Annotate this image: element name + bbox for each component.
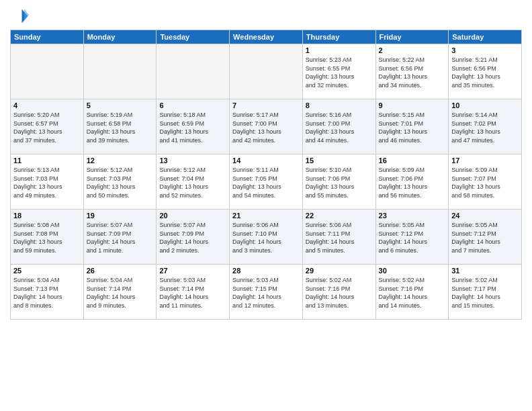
weekday-header-wednesday: Wednesday: [230, 30, 303, 44]
day-info: Sunrise: 5:20 AM Sunset: 6:57 PM Dayligh…: [13, 111, 81, 144]
day-cell: 27Sunrise: 5:03 AM Sunset: 7:14 PM Dayli…: [157, 265, 230, 320]
day-cell: 28Sunrise: 5:03 AM Sunset: 7:15 PM Dayli…: [230, 265, 303, 320]
day-cell: 30Sunrise: 5:02 AM Sunset: 7:16 PM Dayli…: [375, 265, 449, 320]
day-number: 15: [306, 156, 373, 165]
day-number: 7: [232, 101, 300, 109]
day-cell: 5Sunrise: 5:19 AM Sunset: 6:58 PM Daylig…: [83, 99, 157, 154]
week-row-2: 4Sunrise: 5:20 AM Sunset: 6:57 PM Daylig…: [11, 99, 522, 154]
logo-icon: [10, 7, 29, 26]
day-cell: 2Sunrise: 5:22 AM Sunset: 6:56 PM Daylig…: [375, 44, 449, 99]
day-info: Sunrise: 5:10 AM Sunset: 7:06 PM Dayligh…: [306, 166, 373, 199]
day-cell: 15Sunrise: 5:10 AM Sunset: 7:06 PM Dayli…: [302, 154, 375, 210]
day-number: 3: [451, 46, 519, 54]
day-cell: [230, 44, 303, 99]
day-cell: [11, 44, 84, 99]
day-cell: [157, 44, 230, 99]
day-info: Sunrise: 5:09 AM Sunset: 7:06 PM Dayligh…: [379, 166, 446, 199]
day-cell: 19Sunrise: 5:07 AM Sunset: 7:09 PM Dayli…: [83, 210, 157, 265]
day-cell: 12Sunrise: 5:12 AM Sunset: 7:03 PM Dayli…: [83, 154, 157, 210]
day-cell: 22Sunrise: 5:06 AM Sunset: 7:11 PM Dayli…: [302, 210, 375, 265]
weekday-header-sunday: Sunday: [11, 30, 84, 44]
day-cell: 10Sunrise: 5:14 AM Sunset: 7:02 PM Dayli…: [449, 99, 522, 154]
day-number: 30: [379, 267, 446, 275]
day-number: 31: [451, 267, 519, 275]
day-info: Sunrise: 5:23 AM Sunset: 6:55 PM Dayligh…: [306, 56, 373, 89]
day-number: 25: [13, 267, 81, 275]
day-info: Sunrise: 5:04 AM Sunset: 7:14 PM Dayligh…: [87, 276, 154, 310]
weekday-header-tuesday: Tuesday: [157, 30, 230, 44]
day-cell: 25Sunrise: 5:04 AM Sunset: 7:13 PM Dayli…: [11, 265, 84, 320]
day-cell: 8Sunrise: 5:16 AM Sunset: 7:00 PM Daylig…: [302, 99, 375, 154]
day-cell: 16Sunrise: 5:09 AM Sunset: 7:06 PM Dayli…: [375, 154, 449, 210]
day-number: 17: [451, 156, 519, 165]
day-info: Sunrise: 5:07 AM Sunset: 7:09 PM Dayligh…: [87, 221, 154, 255]
day-info: Sunrise: 5:12 AM Sunset: 7:03 PM Dayligh…: [87, 166, 154, 199]
day-number: 8: [306, 101, 373, 109]
day-number: 4: [13, 101, 81, 109]
weekday-header-monday: Monday: [83, 30, 157, 44]
day-info: Sunrise: 5:05 AM Sunset: 7:12 PM Dayligh…: [451, 221, 519, 255]
day-cell: 6Sunrise: 5:18 AM Sunset: 6:59 PM Daylig…: [157, 99, 230, 154]
calendar-table: SundayMondayTuesdayWednesdayThursdayFrid…: [10, 30, 522, 320]
day-number: 19: [87, 212, 154, 220]
day-cell: 3Sunrise: 5:21 AM Sunset: 6:56 PM Daylig…: [449, 44, 522, 99]
week-row-4: 18Sunrise: 5:08 AM Sunset: 7:08 PM Dayli…: [11, 210, 522, 265]
day-cell: 24Sunrise: 5:05 AM Sunset: 7:12 PM Dayli…: [449, 210, 522, 265]
week-row-3: 11Sunrise: 5:13 AM Sunset: 7:03 PM Dayli…: [11, 154, 522, 210]
day-number: 10: [451, 101, 519, 109]
day-info: Sunrise: 5:02 AM Sunset: 7:17 PM Dayligh…: [451, 276, 519, 310]
day-cell: 23Sunrise: 5:05 AM Sunset: 7:12 PM Dayli…: [375, 210, 449, 265]
day-info: Sunrise: 5:04 AM Sunset: 7:13 PM Dayligh…: [13, 276, 81, 310]
weekday-header-friday: Friday: [375, 30, 449, 44]
page: SundayMondayTuesdayWednesdayThursdayFrid…: [0, 0, 532, 411]
day-number: 18: [13, 212, 81, 220]
day-info: Sunrise: 5:14 AM Sunset: 7:02 PM Dayligh…: [451, 111, 519, 144]
day-cell: 7Sunrise: 5:17 AM Sunset: 7:00 PM Daylig…: [230, 99, 303, 154]
day-cell: 9Sunrise: 5:15 AM Sunset: 7:01 PM Daylig…: [375, 99, 449, 154]
day-info: Sunrise: 5:08 AM Sunset: 7:08 PM Dayligh…: [13, 221, 81, 255]
day-cell: 11Sunrise: 5:13 AM Sunset: 7:03 PM Dayli…: [11, 154, 84, 210]
day-number: 5: [87, 101, 154, 109]
day-info: Sunrise: 5:15 AM Sunset: 7:01 PM Dayligh…: [379, 111, 446, 144]
weekday-header-thursday: Thursday: [302, 30, 375, 44]
day-info: Sunrise: 5:18 AM Sunset: 6:59 PM Dayligh…: [159, 111, 226, 144]
day-number: 26: [87, 267, 154, 275]
day-cell: 14Sunrise: 5:11 AM Sunset: 7:05 PM Dayli…: [230, 154, 303, 210]
day-cell: 20Sunrise: 5:07 AM Sunset: 7:09 PM Dayli…: [157, 210, 230, 265]
weekday-header-row: SundayMondayTuesdayWednesdayThursdayFrid…: [11, 30, 522, 44]
day-number: 2: [379, 46, 446, 54]
day-cell: 21Sunrise: 5:06 AM Sunset: 7:10 PM Dayli…: [230, 210, 303, 265]
day-info: Sunrise: 5:03 AM Sunset: 7:14 PM Dayligh…: [159, 276, 226, 310]
day-number: 20: [159, 212, 226, 220]
day-cell: 26Sunrise: 5:04 AM Sunset: 7:14 PM Dayli…: [83, 265, 157, 320]
day-info: Sunrise: 5:02 AM Sunset: 7:16 PM Dayligh…: [306, 276, 373, 310]
day-info: Sunrise: 5:03 AM Sunset: 7:15 PM Dayligh…: [232, 276, 300, 310]
day-number: 13: [159, 156, 226, 165]
day-number: 21: [232, 212, 300, 220]
day-info: Sunrise: 5:05 AM Sunset: 7:12 PM Dayligh…: [379, 221, 446, 255]
day-number: 6: [159, 101, 226, 109]
day-number: 1: [306, 46, 373, 54]
day-number: 14: [232, 156, 300, 165]
day-cell: [83, 44, 157, 99]
day-number: 29: [306, 267, 373, 275]
day-cell: 29Sunrise: 5:02 AM Sunset: 7:16 PM Dayli…: [302, 265, 375, 320]
day-info: Sunrise: 5:11 AM Sunset: 7:05 PM Dayligh…: [232, 166, 300, 199]
day-number: 22: [306, 212, 373, 220]
day-info: Sunrise: 5:19 AM Sunset: 6:58 PM Dayligh…: [87, 111, 154, 144]
header: [10, 7, 522, 26]
day-info: Sunrise: 5:06 AM Sunset: 7:10 PM Dayligh…: [232, 221, 300, 255]
day-number: 12: [87, 156, 154, 165]
day-cell: 18Sunrise: 5:08 AM Sunset: 7:08 PM Dayli…: [11, 210, 84, 265]
day-number: 11: [13, 156, 81, 165]
day-number: 16: [379, 156, 446, 165]
day-info: Sunrise: 5:17 AM Sunset: 7:00 PM Dayligh…: [232, 111, 300, 144]
day-info: Sunrise: 5:22 AM Sunset: 6:56 PM Dayligh…: [379, 56, 446, 89]
day-info: Sunrise: 5:09 AM Sunset: 7:07 PM Dayligh…: [451, 166, 519, 199]
day-info: Sunrise: 5:13 AM Sunset: 7:03 PM Dayligh…: [13, 166, 81, 199]
day-cell: 1Sunrise: 5:23 AM Sunset: 6:55 PM Daylig…: [302, 44, 375, 99]
day-info: Sunrise: 5:12 AM Sunset: 7:04 PM Dayligh…: [159, 166, 226, 199]
week-row-1: 1Sunrise: 5:23 AM Sunset: 6:55 PM Daylig…: [11, 44, 522, 99]
day-cell: 4Sunrise: 5:20 AM Sunset: 6:57 PM Daylig…: [11, 99, 84, 154]
day-number: 28: [232, 267, 300, 275]
